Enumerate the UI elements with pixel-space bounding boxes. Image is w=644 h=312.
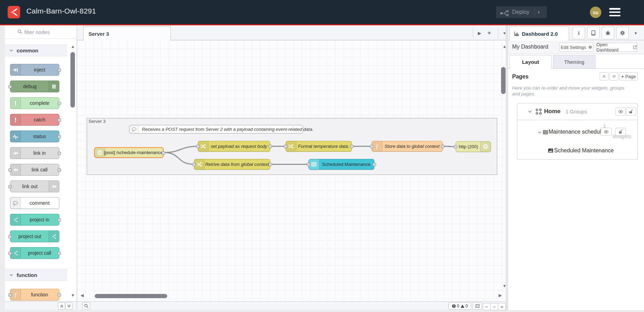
add-flow-button[interactable]: + — [485, 29, 493, 37]
comment-node[interactable]: Receives a POST request from Server 2 wi… — [129, 125, 303, 134]
page-visibility-button[interactable] — [616, 108, 626, 116]
palette-scrollbar-thumb[interactable] — [70, 52, 75, 108]
zoom-out-button[interactable]: − — [483, 303, 491, 310]
palette-filter-input[interactable] — [24, 28, 74, 36]
output-port[interactable] — [269, 163, 272, 166]
palette-node-link-in[interactable]: link in — [10, 147, 59, 159]
canvas-scroll-down-icon[interactable]: ▼ — [502, 284, 506, 288]
palette-node-project-in[interactable]: project in — [10, 214, 59, 226]
sidebar-options-chevron-icon[interactable]: ▾ — [632, 29, 640, 37]
flow-node-retrive-data-from-global-context[interactable]: Retrive data from global context — [194, 159, 270, 170]
output-port[interactable] — [58, 252, 61, 255]
flow-tab-server-3[interactable]: Server 3 — [83, 26, 171, 41]
palette-scroll-up-icon[interactable]: ▲ — [71, 44, 75, 49]
output-port[interactable] — [58, 68, 61, 72]
group-visibility-button[interactable] — [601, 128, 612, 136]
canvas-scroll-left-icon[interactable]: ◀ — [80, 293, 84, 297]
main-menu-button[interactable] — [609, 8, 620, 16]
chevron-down-icon[interactable] — [528, 109, 532, 114]
palette-node-inject[interactable]: inject — [10, 64, 59, 76]
palette-node-link-out[interactable]: link out — [10, 180, 59, 192]
palette-node-catch[interactable]: catch — [10, 114, 59, 126]
page-lock-button[interactable] — [626, 108, 636, 116]
output-port[interactable] — [350, 145, 354, 148]
tab-layout[interactable]: Layout — [509, 55, 552, 69]
collapse-all-pages-button[interactable] — [600, 72, 609, 81]
canvas-vscrollbar-thumb[interactable] — [501, 67, 506, 94]
next-tab-button[interactable]: ▶ — [475, 29, 484, 37]
output-port[interactable] — [58, 152, 61, 155]
flow-node-format-temperature-data[interactable]: Format temperature data. — [286, 141, 352, 152]
palette-category-common[interactable]: common — [5, 44, 67, 56]
input-port[interactable] — [370, 145, 373, 148]
palette-node-comment[interactable]: comment — [10, 197, 59, 209]
input-port[interactable] — [8, 235, 12, 238]
palette-node-project-call[interactable]: project call — [10, 247, 59, 259]
tab-help-button[interactable] — [587, 27, 600, 39]
palette-node-debug[interactable]: debug — [10, 81, 59, 92]
canvas-scroll-right-icon[interactable]: ▶ — [499, 293, 502, 297]
output-port[interactable] — [162, 151, 165, 155]
tab-debug-button[interactable] — [602, 27, 614, 39]
canvas-hscrollbar-thumb[interactable] — [95, 294, 167, 298]
flow-canvas[interactable]: Server 3 Receives a POST request from Se… — [77, 40, 506, 301]
tree-page-home[interactable]: Home 1 Groups — [517, 103, 637, 120]
deploy-button[interactable]: Deploy ▾ — [496, 6, 547, 18]
output-port[interactable] — [58, 168, 61, 172]
zoom-in-button[interactable]: + — [498, 303, 506, 310]
table-icon — [543, 129, 549, 135]
input-port[interactable] — [454, 145, 457, 149]
palette-category-function[interactable]: function — [5, 269, 67, 281]
palette-node-status[interactable]: status — [10, 130, 59, 142]
output-port[interactable] — [58, 135, 61, 138]
excl-icon — [10, 98, 21, 109]
search-flows-button[interactable] — [82, 302, 90, 310]
output-port[interactable] — [58, 102, 61, 105]
flow-node-post-schedule-maintenance[interactable]: [post] /schedule-maintenance — [94, 147, 164, 158]
input-port[interactable] — [284, 145, 287, 148]
sidebar-tab-bar: Dashboard 2.0 i ▾ — [508, 25, 644, 40]
palette-node-function[interactable]: ffunction — [10, 289, 59, 301]
palette-expand-all-button[interactable] — [65, 302, 73, 310]
tab-config-button[interactable] — [616, 27, 629, 39]
output-port[interactable] — [58, 218, 61, 222]
flow-node-store-data-to-global-context[interactable]: fStore data to global context — [372, 141, 443, 152]
output-port[interactable] — [269, 145, 272, 148]
output-port[interactable] — [58, 118, 61, 122]
palette-collapse-all-button[interactable] — [58, 302, 65, 310]
input-port[interactable] — [196, 145, 200, 148]
open-dashboard-button[interactable]: Open Dashboard — [596, 43, 637, 52]
chevron-down-icon[interactable] — [537, 130, 542, 135]
add-page-button[interactable]: +Page — [619, 72, 638, 81]
edit-settings-button[interactable]: Edit Settings — [559, 43, 594, 52]
navigator-button[interactable] — [473, 302, 482, 310]
tab-info-button[interactable]: i — [573, 27, 585, 39]
input-port[interactable] — [307, 163, 310, 166]
input-port[interactable] — [8, 293, 12, 297]
tab-theming[interactable]: Theming — [553, 55, 595, 69]
expand-all-pages-button[interactable] — [610, 72, 618, 81]
flow-node-scheduled-maintenance[interactable]: Scheduled Maintenance — [308, 159, 374, 170]
palette-scroll-down-icon[interactable]: ▼ — [71, 293, 75, 297]
input-port[interactable] — [192, 163, 196, 166]
flow-node-http-200[interactable]: http (200) — [456, 141, 491, 152]
user-avatar[interactable]: su — [590, 7, 601, 18]
input-port[interactable] — [8, 185, 12, 188]
tab-dashboard-2[interactable]: Dashboard 2.0 — [509, 26, 569, 41]
output-port[interactable] — [441, 145, 444, 148]
output-port[interactable] — [58, 293, 61, 297]
palette-node-project-out[interactable]: project out — [10, 230, 59, 242]
zoom-reset-button[interactable]: ○ — [490, 303, 498, 310]
input-port[interactable] — [8, 252, 12, 255]
zoom-controls: − ○ + — [483, 302, 506, 310]
group-lock-button[interactable] — [615, 128, 626, 136]
flow-node-set-payload-as-request-body[interactable]: set payload as request body — [198, 141, 270, 152]
palette-node-link-call[interactable]: link call — [10, 164, 59, 176]
palette-node-complete[interactable]: complete — [10, 97, 59, 109]
deploy-options-chevron-icon[interactable]: ▾ — [535, 10, 543, 15]
node-label: Store data to global context — [382, 141, 442, 151]
input-port[interactable] — [8, 85, 12, 88]
input-port[interactable] — [8, 168, 12, 172]
output-port[interactable] — [373, 163, 376, 166]
canvas-scroll-up-icon[interactable]: ▲ — [502, 44, 506, 49]
